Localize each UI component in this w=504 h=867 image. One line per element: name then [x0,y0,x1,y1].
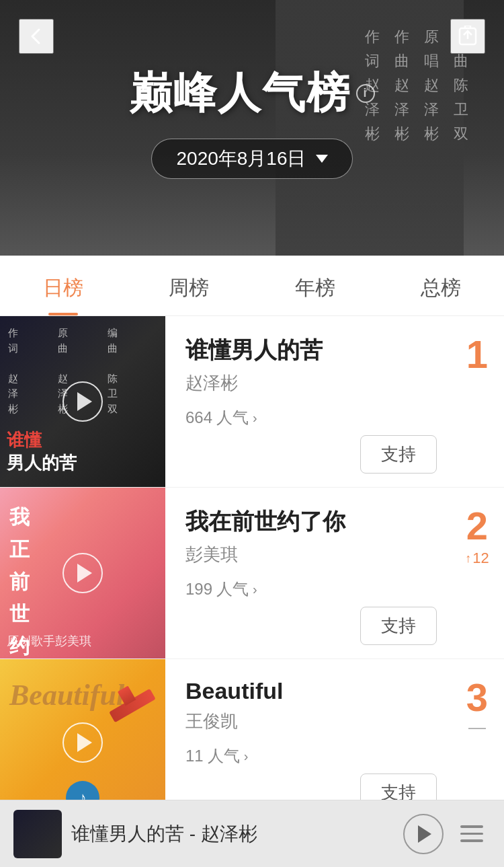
song-thumbnail-1[interactable]: 作词赵泽彬 原曲赵泽彬 编曲陈卫双 谁懂男人的苦 [0,316,165,487]
share-button[interactable] [450,19,485,54]
player-thumb-bg [13,810,62,858]
menu-line-2 [460,833,483,835]
player-song-name: 谁懂男人的苦 - 赵泽彬 [71,821,394,847]
chevron-down-icon [316,155,328,163]
song-popularity-3[interactable]: 11 人气 › [185,745,437,767]
song-item-1: 作词赵泽彬 原曲赵泽彬 编曲陈卫双 谁懂男人的苦 谁懂男人的苦 赵泽彬 664 … [0,316,504,488]
tab-daily[interactable]: 日榜 [0,256,126,315]
song-name-3: Beautiful [185,678,437,704]
rank-col-1: 1 [450,316,504,487]
play-icon-2 [77,564,92,582]
play-icon-3 [77,733,92,752]
player-song-info: 谁懂男人的苦 - 赵泽彬 [71,821,394,847]
song-artist-1: 赵泽彬 [185,371,437,395]
play-button-1[interactable] [62,381,103,422]
song-list: 作词赵泽彬 原曲赵泽彬 编曲陈卫双 谁懂男人的苦 谁懂男人的苦 赵泽彬 664 … [0,316,504,826]
song-name-1: 谁懂男人的苦 [185,335,437,366]
bottom-player: 谁懂男人的苦 - 赵泽彬 [0,800,504,867]
page-title: 巅峰人气榜i [129,64,375,122]
song-popularity-2[interactable]: 199 人气 › [185,578,437,600]
tab-bar: 日榜 周榜 年榜 总榜 [0,256,504,316]
rank-number-1: 1 [466,335,488,374]
rank-change-2: ↑12 [465,550,489,567]
back-button[interactable] [19,19,54,54]
support-button-1[interactable]: 支持 [360,435,437,474]
header-section: 作作原编 词曲唱曲 赵赵赵陈 泽泽泽卫 彬彬彬双 巅峰人气榜i 2020年8月1… [0,0,504,256]
player-menu-button[interactable] [453,815,491,853]
popularity-arrow-1: › [253,410,257,426]
play-icon-1 [77,392,92,411]
popularity-arrow-2: › [253,582,257,597]
tab-yearly[interactable]: 年榜 [252,256,378,315]
song-item-2: 我正前世约了你 原创歌手彭美琪 我在前世约了你 彭美琪 199 人气 › 支持 … [0,488,504,659]
support-button-2[interactable]: 支持 [360,607,437,645]
song-name-2: 我在前世约了你 [185,506,437,537]
song-artist-3: 王俊凯 [185,710,437,733]
rank-number-3: 3 [466,678,488,717]
rank-col-2: 2 ↑12 [450,488,504,658]
date-label: 2020年8月16日 [176,146,306,172]
player-thumbnail [13,810,62,858]
player-play-icon [418,825,431,843]
rank-change-3: — [468,717,486,738]
song-thumbnail-2[interactable]: 我正前世约了你 原创歌手彭美琪 [0,488,165,658]
play-button-3[interactable] [62,722,103,763]
menu-line-1 [460,825,483,828]
song-artist-2: 彭美琪 [185,543,437,566]
rank-number-2: 2 [466,506,488,545]
menu-line-3 [460,839,483,842]
popularity-arrow-3: › [244,749,249,764]
tab-total[interactable]: 总榜 [378,256,505,315]
tab-weekly[interactable]: 周榜 [126,256,253,315]
info-icon[interactable]: i [356,84,375,103]
song-info-1: 谁懂男人的苦 赵泽彬 664 人气 › 支持 [165,316,450,487]
song-popularity-1[interactable]: 664 人气 › [185,407,437,428]
play-button-2[interactable] [62,553,103,593]
date-selector[interactable]: 2020年8月16日 [151,139,352,179]
song-info-2: 我在前世约了你 彭美琪 199 人气 › 支持 [165,488,450,658]
player-play-button[interactable] [403,814,444,854]
